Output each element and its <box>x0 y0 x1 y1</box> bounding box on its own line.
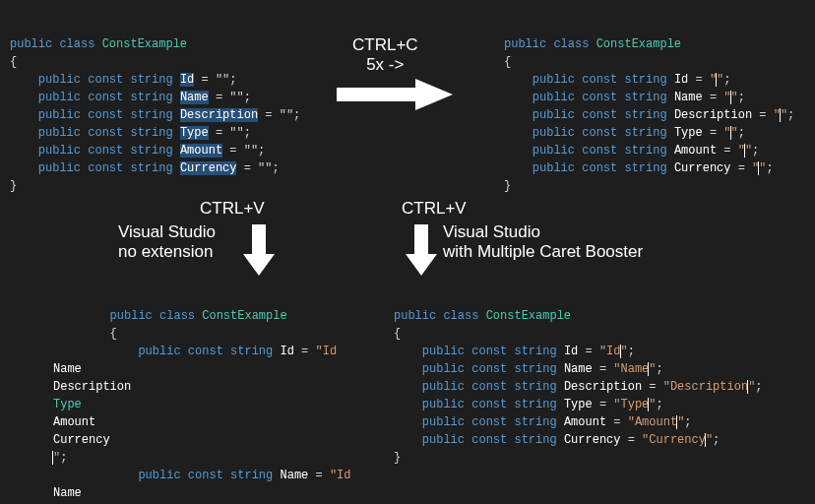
annotation-paste-left-sub: Visual Studio no extension <box>118 222 216 263</box>
svg-marker-0 <box>337 79 453 110</box>
code-top-left: public class ConstExample { public const… <box>10 18 300 195</box>
svg-marker-2 <box>406 224 437 276</box>
arrow-down-right-icon <box>404 224 439 278</box>
arrow-right-icon <box>337 77 455 112</box>
code-bottom-left: public class ConstExample { public const… <box>53 289 351 504</box>
code-bottom-right: public class ConstExample { public const… <box>394 289 763 467</box>
annotation-paste-left-title: CTRL+V <box>200 199 265 219</box>
code-top-right: public class ConstExample { public const… <box>504 18 794 195</box>
copy-label: CTRL+C <box>352 35 418 55</box>
annotation-copy: CTRL+C 5x -> <box>352 35 418 76</box>
arrow-down-left-icon <box>241 224 277 278</box>
annotation-paste-right-title: CTRL+V <box>402 199 467 219</box>
svg-marker-1 <box>243 224 275 276</box>
annotation-paste-right-sub: Visual Studio with Multiple Caret Booste… <box>443 222 643 263</box>
copy-sublabel: 5x -> <box>352 55 418 75</box>
